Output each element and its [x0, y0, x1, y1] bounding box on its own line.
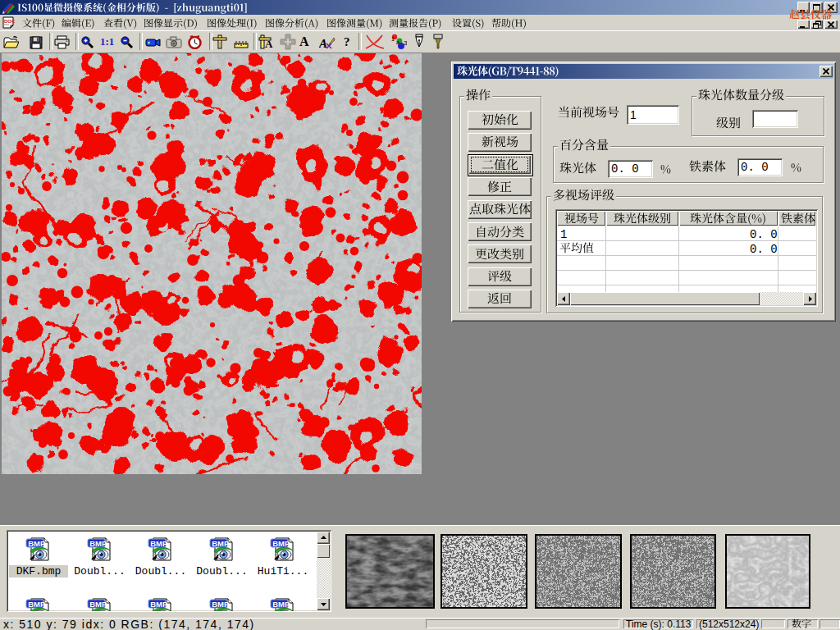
svg-text:A: A — [319, 37, 327, 50]
svg-text:BMP: BMP — [272, 539, 290, 548]
svg-text:1: 1 — [391, 36, 395, 42]
svg-text:3: 3 — [404, 39, 407, 47]
svg-text:BMP: BMP — [272, 600, 290, 609]
svg-text:BMP: BMP — [28, 600, 46, 609]
svg-text:BMP: BMP — [150, 600, 168, 609]
svg-text:BMP: BMP — [212, 539, 230, 548]
svg-text:DOC: DOC — [4, 19, 16, 24]
svg-text:BMP: BMP — [212, 600, 230, 609]
svg-text:BMP: BMP — [150, 539, 168, 548]
svg-text:A: A — [265, 38, 273, 49]
svg-text:BMP: BMP — [28, 539, 46, 548]
svg-text:BMP: BMP — [89, 600, 107, 609]
svg-text:BMP: BMP — [89, 539, 107, 548]
